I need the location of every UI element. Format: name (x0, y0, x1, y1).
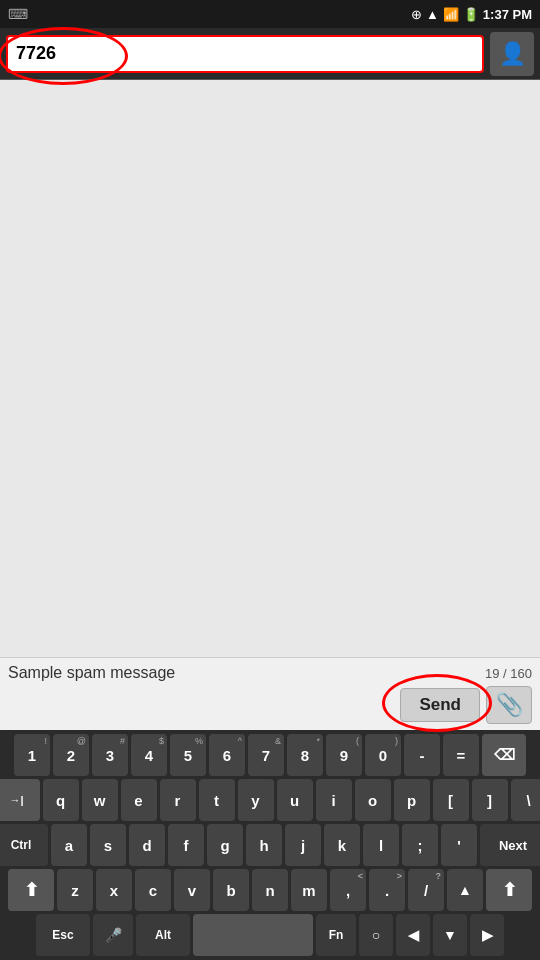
key-y[interactable]: y (238, 779, 274, 821)
signal-icon: 📶 (443, 7, 459, 22)
key-period[interactable]: >. (369, 869, 405, 911)
message-area (0, 80, 540, 657)
key-f[interactable]: f (168, 824, 204, 866)
keyboard: !1 @2 #3 $4 %5 ^6 &7 *8 (9 )0 - = ⌫ →| q… (0, 730, 540, 960)
key-mic[interactable]: 🎤 (93, 914, 133, 956)
key-ctrl[interactable]: Ctrl (0, 824, 48, 866)
key-3[interactable]: #3 (92, 734, 128, 776)
key-a[interactable]: a (51, 824, 87, 866)
contact-icon: 👤 (499, 41, 526, 67)
key-2[interactable]: @2 (53, 734, 89, 776)
key-x[interactable]: x (96, 869, 132, 911)
kb-row-qwerty: →| q w e r t y u i o p [ ] \ (2, 779, 538, 821)
key-r[interactable]: r (160, 779, 196, 821)
key-next[interactable]: Next (480, 824, 540, 866)
key-w[interactable]: w (82, 779, 118, 821)
key-c[interactable]: c (135, 869, 171, 911)
key-t[interactable]: t (199, 779, 235, 821)
status-left: ⌨ (8, 6, 28, 22)
kb-row-bottom: Esc 🎤 Alt Fn ○ ◀ ▼ ▶ (2, 914, 538, 956)
key-down[interactable]: ▼ (433, 914, 467, 956)
compose-bar: Sample spam message 19 / 160 Send 📎 (0, 657, 540, 730)
key-d[interactable]: d (129, 824, 165, 866)
send-button[interactable]: Send (400, 688, 480, 722)
kb-row-zxcv: ⬆ z x c v b n m <, >. ?/ ▲ ⬆ (2, 869, 538, 911)
key-o[interactable]: o (355, 779, 391, 821)
compose-actions: Send 📎 (8, 686, 532, 724)
key-9[interactable]: (9 (326, 734, 362, 776)
key-p[interactable]: p (394, 779, 430, 821)
key-equals[interactable]: = (443, 734, 479, 776)
key-lbracket[interactable]: [ (433, 779, 469, 821)
key-shift-right[interactable]: ⬆ (486, 869, 532, 911)
key-m[interactable]: m (291, 869, 327, 911)
status-right: ⊕ ▲ 📶 🔋 1:37 PM (411, 7, 532, 22)
key-shift-left[interactable]: ⬆ (8, 869, 54, 911)
keyboard-status-icon: ⌨ (8, 6, 28, 22)
compose-text: Sample spam message (8, 664, 477, 682)
key-b[interactable]: b (213, 869, 249, 911)
key-backspace[interactable]: ⌫ (482, 734, 526, 776)
key-6[interactable]: ^6 (209, 734, 245, 776)
paperclip-icon: 📎 (496, 692, 523, 718)
key-tab[interactable]: →| (0, 779, 40, 821)
key-k[interactable]: k (324, 824, 360, 866)
key-minus[interactable]: - (404, 734, 440, 776)
key-comma[interactable]: <, (330, 869, 366, 911)
key-semicolon[interactable]: ; (402, 824, 438, 866)
key-h[interactable]: h (246, 824, 282, 866)
key-quote[interactable]: ' (441, 824, 477, 866)
recipient-input[interactable] (16, 43, 474, 64)
key-forward[interactable]: ▶ (470, 914, 504, 956)
key-space[interactable] (193, 914, 313, 956)
recipient-input-wrapper (6, 35, 484, 73)
key-esc[interactable]: Esc (36, 914, 90, 956)
attach-button[interactable]: 📎 (486, 686, 532, 724)
compose-text-row: Sample spam message 19 / 160 (8, 664, 532, 682)
key-n[interactable]: n (252, 869, 288, 911)
key-4[interactable]: $4 (131, 734, 167, 776)
contact-picker-button[interactable]: 👤 (490, 32, 534, 76)
time-display: 1:37 PM (483, 7, 532, 22)
key-j[interactable]: j (285, 824, 321, 866)
key-slash[interactable]: ?/ (408, 869, 444, 911)
send-btn-wrapper: Send (400, 688, 480, 722)
status-bar: ⌨ ⊕ ▲ 📶 🔋 1:37 PM (0, 0, 540, 28)
key-g[interactable]: g (207, 824, 243, 866)
key-z[interactable]: z (57, 869, 93, 911)
key-alt[interactable]: Alt (136, 914, 190, 956)
key-e[interactable]: e (121, 779, 157, 821)
key-back[interactable]: ◀ (396, 914, 430, 956)
key-s[interactable]: s (90, 824, 126, 866)
key-backslash[interactable]: \ (511, 779, 541, 821)
key-shift-up[interactable]: ▲ (447, 869, 483, 911)
key-7[interactable]: &7 (248, 734, 284, 776)
char-count: 19 / 160 (485, 666, 532, 681)
kb-row-numbers: !1 @2 #3 $4 %5 ^6 &7 *8 (9 )0 - = ⌫ (2, 734, 538, 776)
key-q[interactable]: q (43, 779, 79, 821)
key-v[interactable]: v (174, 869, 210, 911)
kb-row-asdf: Ctrl a s d f g h j k l ; ' Next (2, 824, 538, 866)
battery-icon: 🔋 (463, 7, 479, 22)
key-fn[interactable]: Fn (316, 914, 356, 956)
key-u[interactable]: u (277, 779, 313, 821)
key-5[interactable]: %5 (170, 734, 206, 776)
key-0[interactable]: )0 (365, 734, 401, 776)
wifi-icon: ▲ (426, 7, 439, 22)
recipient-bar: 👤 (0, 28, 540, 80)
key-1[interactable]: !1 (14, 734, 50, 776)
key-8[interactable]: *8 (287, 734, 323, 776)
key-home[interactable]: ○ (359, 914, 393, 956)
key-l[interactable]: l (363, 824, 399, 866)
gps-icon: ⊕ (411, 7, 422, 22)
key-i[interactable]: i (316, 779, 352, 821)
key-rbracket[interactable]: ] (472, 779, 508, 821)
